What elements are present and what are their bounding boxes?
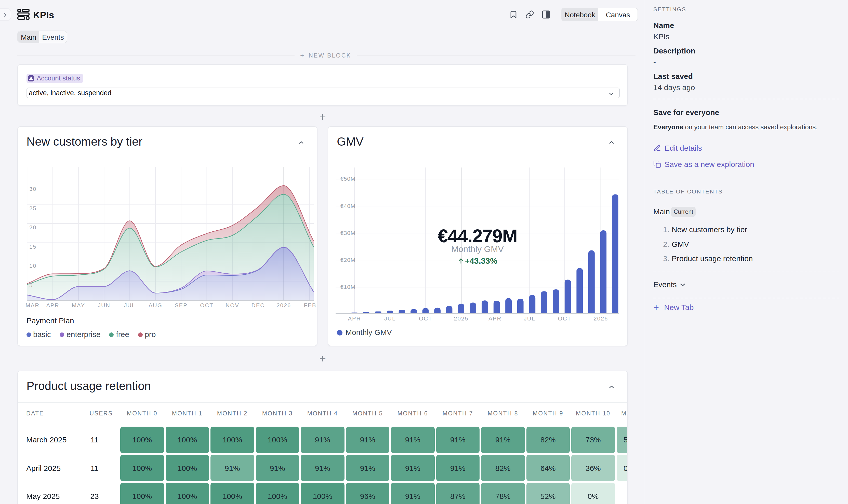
svg-text:5: 5 [29,282,33,288]
svg-text:APR: APR [488,316,501,322]
svg-text:20: 20 [29,224,36,231]
svg-text:15: 15 [29,244,36,250]
svg-text:2025: 2025 [454,316,468,322]
svg-text:JUL: JUL [124,302,135,308]
svg-text:JUL: JUL [384,316,396,322]
svg-text:30: 30 [29,186,36,192]
svg-text:€40M: €40M [340,203,355,209]
svg-text:FEB: FEB [304,302,316,308]
svg-text:€50M: €50M [340,176,355,182]
svg-text:AUG: AUG [148,302,162,308]
svg-text:€20M: €20M [340,257,355,263]
svg-text:DEC: DEC [251,302,264,308]
svg-text:10: 10 [29,263,36,269]
svg-text:NOV: NOV [225,302,239,308]
svg-text:2026: 2026 [593,316,608,322]
svg-text:MAY: MAY [72,302,85,308]
svg-text:MAR: MAR [25,302,39,308]
svg-text:OCT: OCT [558,316,571,322]
svg-text:JUL: JUL [524,316,535,322]
svg-text:€10M: €10M [340,284,355,290]
svg-text:JUN: JUN [98,302,110,308]
svg-text:€30M: €30M [340,230,355,236]
svg-text:SEP: SEP [175,302,187,308]
svg-text:OCT: OCT [200,302,213,308]
svg-text:2026: 2026 [276,302,291,308]
svg-text:APR: APR [46,302,59,308]
svg-text:25: 25 [29,205,36,212]
svg-text:OCT: OCT [419,316,432,322]
svg-text:APR: APR [348,316,361,322]
